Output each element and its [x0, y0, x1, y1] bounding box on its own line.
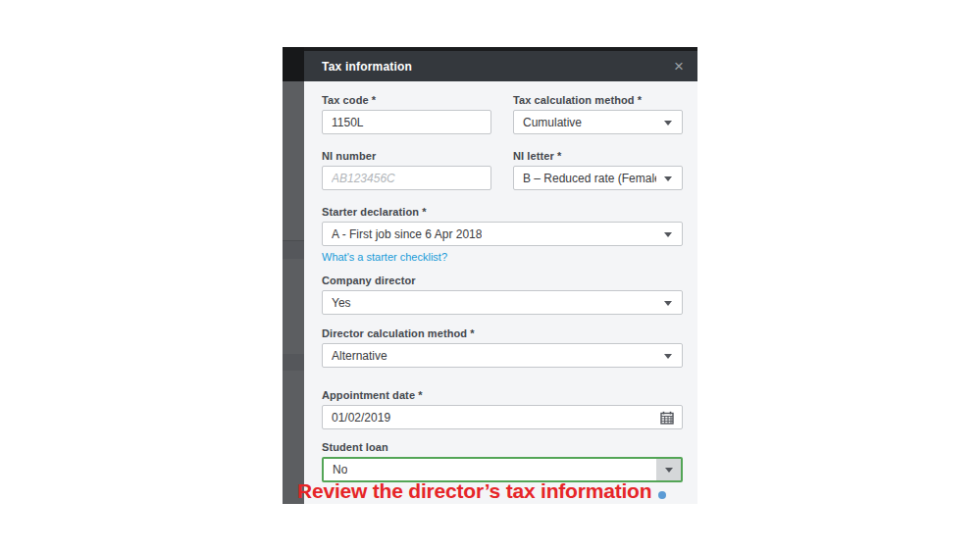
chevron-down-icon: [664, 354, 672, 359]
company-director-value: Yes: [332, 296, 351, 310]
annotation-text: Review the director’s tax information: [297, 479, 651, 503]
appointment-date-field-group: Appointment date *: [322, 389, 683, 429]
chevron-down-icon: [664, 232, 672, 237]
tax-calc-method-label: Tax calculation method *: [513, 94, 683, 106]
tax-calc-method-select[interactable]: Cumulative: [513, 110, 683, 134]
modal-header: Tax information ×: [304, 47, 697, 81]
ni-letter-select[interactable]: B – Reduced rate (Females on...: [513, 166, 683, 190]
close-icon[interactable]: ×: [674, 58, 684, 75]
company-director-label: Company director: [322, 275, 683, 286]
background-app-header-strip: [283, 47, 304, 81]
tax-code-field-group: Tax code *: [322, 94, 491, 134]
chevron-down-icon: [665, 468, 673, 473]
student-loan-field-group: Student loan No: [322, 441, 683, 482]
director-calc-method-value: Alternative: [332, 349, 387, 363]
screenshot-canvas: Tax information × Tax code * Tax calcula…: [0, 0, 980, 551]
modal-body: Tax code * Tax calculation method * Cumu…: [304, 81, 697, 482]
tax-information-modal: Tax information × Tax code * Tax calcula…: [304, 47, 697, 504]
appointment-date-label: Appointment date *: [322, 389, 683, 401]
tax-calc-method-value: Cumulative: [523, 116, 582, 129]
director-calc-method-select[interactable]: Alternative: [322, 343, 683, 368]
ni-number-input-wrap: [322, 166, 491, 190]
student-loan-value: No: [333, 463, 347, 476]
tax-code-input-wrap: [322, 110, 491, 134]
appointment-date-input[interactable]: [323, 406, 682, 428]
background-app-strip: [283, 47, 304, 504]
starter-declaration-label: Starter declaration *: [322, 206, 683, 218]
director-calc-method-label: Director calculation method *: [322, 327, 683, 339]
starter-checklist-link[interactable]: What's a starter checklist?: [322, 251, 447, 263]
chevron-down-icon: [664, 176, 672, 181]
starter-declaration-value: A - First job since 6 Apr 2018: [332, 227, 482, 241]
ni-letter-field-group: NI letter * B – Reduced rate (Females on…: [513, 150, 683, 190]
starter-declaration-field-group: Starter declaration * A - First job sinc…: [322, 206, 683, 246]
student-loan-label: Student loan: [322, 441, 683, 453]
annotation-dot: [658, 491, 666, 499]
appointment-date-input-wrap: [322, 405, 683, 429]
background-app-band: [283, 354, 304, 371]
ni-letter-label: NI letter *: [513, 150, 683, 162]
annotation-overlay: Review the director’s tax information: [297, 479, 666, 503]
modal-title: Tax information: [322, 60, 412, 74]
chevron-down-icon: [664, 121, 672, 125]
ni-number-input[interactable]: [323, 167, 490, 189]
ni-letter-value: B – Reduced rate (Females on...: [523, 172, 656, 185]
tax-code-label: Tax code *: [322, 94, 491, 106]
tax-code-input[interactable]: [323, 111, 490, 133]
director-calc-method-field-group: Director calculation method * Alternativ…: [322, 327, 683, 368]
starter-declaration-select[interactable]: A - First job since 6 Apr 2018: [322, 222, 683, 246]
tax-calc-method-field-group: Tax calculation method * Cumulative: [513, 94, 683, 134]
background-app-band: [283, 240, 304, 259]
company-director-field-group: Company director Yes: [322, 275, 683, 315]
chevron-down-icon: [664, 301, 672, 306]
company-director-select[interactable]: Yes: [322, 290, 683, 315]
ni-number-field-group: NI number: [322, 150, 491, 190]
calendar-icon[interactable]: [660, 411, 674, 425]
student-loan-dropdown-button[interactable]: [656, 459, 681, 480]
ni-number-label: NI number: [322, 150, 491, 162]
